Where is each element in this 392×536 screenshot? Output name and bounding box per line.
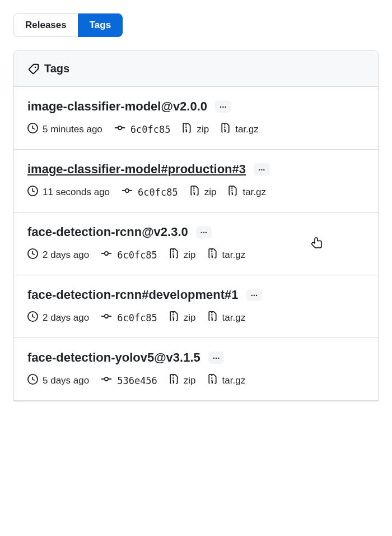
file-zip-icon <box>189 186 200 199</box>
svg-point-12 <box>105 377 108 381</box>
svg-point-3 <box>125 189 129 192</box>
file-zip-icon <box>220 123 231 136</box>
tag-meta-row: 5 minutes ago6c0fc85ziptar.gz <box>27 122 365 137</box>
tag-name-link[interactable]: image-classifier-model@v2.0.0 <box>27 99 207 114</box>
time-label: 2 days ago <box>43 312 89 324</box>
clock-icon <box>27 123 38 136</box>
zip-label: zip <box>184 249 196 261</box>
kebab-menu-button[interactable]: ··· <box>246 289 263 301</box>
download-zip-link[interactable]: zip <box>169 248 196 262</box>
download-targz-link[interactable]: tar.gz <box>207 311 246 325</box>
commit-hash: 6c0fc85 <box>117 249 157 261</box>
download-targz-link[interactable]: tar.gz <box>227 186 266 199</box>
tag-item: image-classifier-model#production#3···11… <box>14 150 378 212</box>
file-zip-icon <box>227 186 238 199</box>
time-label: 5 days ago <box>43 375 89 386</box>
tag-name-link[interactable]: face-detection-rcnn#development#1 <box>27 288 239 302</box>
file-zip-icon <box>169 374 179 387</box>
svg-point-6 <box>105 252 108 255</box>
targz-label: tar.gz <box>222 312 246 324</box>
commit-icon <box>100 373 113 388</box>
tag-meta-row: 2 days ago6c0fc85ziptar.gz <box>27 310 365 325</box>
commit-hash: 6c0fc85 <box>138 187 178 198</box>
download-targz-link[interactable]: tar.gz <box>207 248 246 262</box>
time-label: 5 minutes ago <box>43 124 102 135</box>
tag-title-row: face-detection-rcnn#development#1··· <box>27 288 365 302</box>
tag-name-link[interactable]: face-detection-yolov5@v3.1.5 <box>27 350 200 365</box>
tag-name-link[interactable]: face-detection-rcnn@v2.3.0 <box>27 225 188 239</box>
commit-icon <box>100 247 113 262</box>
tag-item: image-classifier-model@v2.0.0···5 minute… <box>14 87 378 150</box>
tag-title-row: image-classifier-model@v2.0.0··· <box>27 99 365 114</box>
zip-label: zip <box>197 124 209 135</box>
tags-panel: Tags image-classifier-model@v2.0.0···5 m… <box>13 50 379 401</box>
time-label: 11 seconds ago <box>43 187 110 198</box>
file-zip-icon <box>207 248 218 262</box>
tag-item: face-detection-rcnn#development#1···2 da… <box>14 275 378 338</box>
file-zip-icon <box>169 311 179 325</box>
commit-icon <box>121 184 133 200</box>
time-ago: 5 minutes ago <box>27 123 102 136</box>
file-zip-icon <box>181 123 192 136</box>
commit-icon <box>114 122 126 137</box>
download-zip-link[interactable]: zip <box>181 123 209 136</box>
panel-title: Tags <box>44 62 69 75</box>
targz-label: tar.gz <box>222 375 246 386</box>
targz-label: tar.gz <box>242 187 266 198</box>
zip-label: zip <box>184 312 196 324</box>
commit-link[interactable]: 6c0fc85 <box>114 122 171 137</box>
time-ago: 5 days ago <box>27 374 89 387</box>
commit-hash: 6c0fc85 <box>117 312 157 324</box>
file-zip-icon <box>169 248 179 262</box>
tags-list: image-classifier-model@v2.0.0···5 minute… <box>14 87 378 401</box>
download-targz-link[interactable]: tar.gz <box>207 374 246 387</box>
targz-label: tar.gz <box>235 124 259 135</box>
commit-icon <box>100 310 113 325</box>
clock-icon <box>27 311 38 325</box>
download-zip-link[interactable]: zip <box>169 374 196 387</box>
tab-releases[interactable]: Releases <box>13 13 78 37</box>
time-label: 2 days ago <box>43 249 89 261</box>
svg-point-9 <box>105 315 108 318</box>
kebab-menu-button[interactable]: ··· <box>215 100 231 113</box>
download-targz-link[interactable]: tar.gz <box>220 123 259 136</box>
tag-meta-row: 11 seconds ago6c0fc85ziptar.gz <box>27 184 365 200</box>
tab-tags[interactable]: Tags <box>78 13 123 37</box>
tag-meta-row: 5 days ago536e456ziptar.gz <box>27 373 365 388</box>
tag-title-row: face-detection-yolov5@v3.1.5··· <box>27 350 365 365</box>
tag-title-row: face-detection-rcnn@v2.3.0··· <box>27 225 365 239</box>
tag-item: face-detection-yolov5@v3.1.5···5 days ag… <box>14 338 378 401</box>
clock-icon <box>27 248 38 262</box>
time-ago: 2 days ago <box>27 248 89 262</box>
tag-meta-row: 2 days ago6c0fc85ziptar.gz <box>27 247 365 262</box>
zip-label: zip <box>184 375 196 386</box>
targz-label: tar.gz <box>222 249 246 261</box>
panel-header: Tags <box>14 51 378 87</box>
kebab-menu-button[interactable]: ··· <box>254 163 270 175</box>
kebab-menu-button[interactable]: ··· <box>196 226 212 238</box>
zip-label: zip <box>204 187 217 198</box>
time-ago: 2 days ago <box>27 311 89 325</box>
commit-link[interactable]: 6c0fc85 <box>121 184 178 200</box>
file-zip-icon <box>207 374 218 387</box>
commit-link[interactable]: 536e456 <box>100 373 157 388</box>
clock-icon <box>27 374 38 387</box>
commit-link[interactable]: 6c0fc85 <box>100 247 157 262</box>
commit-link[interactable]: 6c0fc85 <box>100 310 157 325</box>
commit-hash: 536e456 <box>117 375 157 386</box>
clock-icon <box>27 186 38 199</box>
tag-title-row: image-classifier-model#production#3··· <box>27 162 365 177</box>
time-ago: 11 seconds ago <box>27 186 110 199</box>
kebab-menu-button[interactable]: ··· <box>208 352 225 364</box>
file-zip-icon <box>207 311 218 325</box>
svg-point-0 <box>118 126 122 130</box>
tag-name-link[interactable]: image-classifier-model#production#3 <box>27 162 246 177</box>
tag-item: face-detection-rcnn@v2.3.0···2 days ago6… <box>14 212 378 275</box>
download-zip-link[interactable]: zip <box>189 186 217 199</box>
download-zip-link[interactable]: zip <box>169 311 196 325</box>
tab-nav: Releases Tags <box>13 13 379 37</box>
tag-icon <box>27 63 40 75</box>
commit-hash: 6c0fc85 <box>130 124 171 135</box>
